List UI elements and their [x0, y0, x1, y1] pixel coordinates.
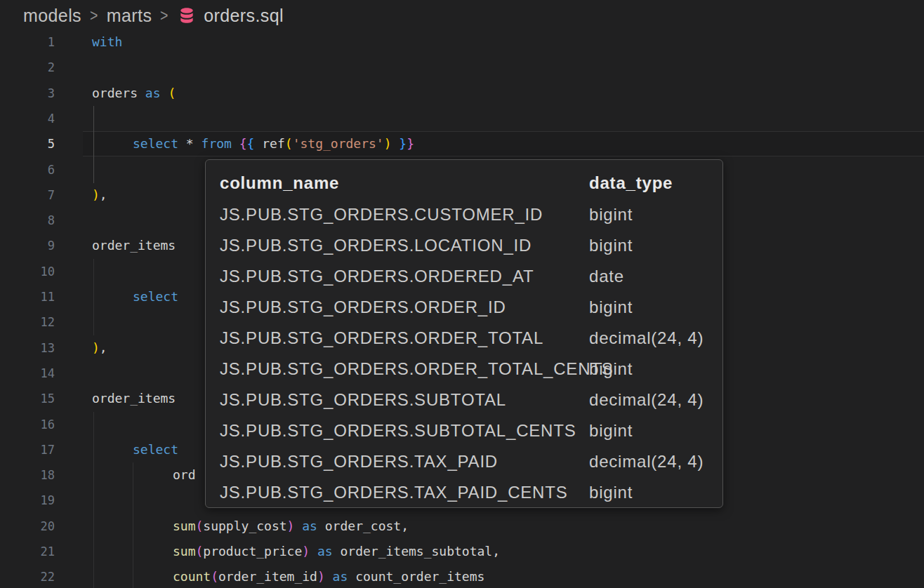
line-number: 15 — [0, 386, 55, 411]
token-id: order_cost, — [325, 519, 409, 533]
code-text[interactable]: ), — [92, 182, 107, 208]
token-id: order_items — [92, 391, 176, 406]
token-b1: ( — [285, 136, 293, 151]
code-text[interactable]: count(order_item_id) as count_order_item… — [173, 564, 484, 588]
indent-guide — [93, 462, 94, 488]
line-number: 20 — [0, 514, 55, 539]
line-number: 4 — [0, 106, 55, 131]
line-number: 11 — [0, 284, 55, 309]
hover-cell-column-name: JS.PUB.STG_ORDERS.SUBTOTAL — [220, 390, 506, 409]
token-kw: as — [294, 519, 324, 533]
code-line[interactable]: 1with — [0, 29, 924, 55]
token-b1: ) — [92, 187, 100, 202]
hover-table-row: JS.PUB.STG_ORDERS.TAX_PAIDdecimal(24, 4) — [206, 446, 722, 477]
hover-cell-data-type: bigint — [589, 199, 633, 230]
indent-guide — [133, 514, 133, 540]
hover-table-row: JS.PUB.STG_ORDERS.CUSTOMER_IDbigint — [206, 199, 722, 230]
token-b2: ( — [211, 569, 218, 584]
code-line[interactable]: 20sum(supply_cost) as order_cost, — [0, 514, 924, 539]
code-text[interactable]: ord — [173, 462, 196, 488]
code-text[interactable]: order_items — [92, 386, 176, 411]
indent-guide — [93, 564, 94, 588]
code-line[interactable]: 5select * from {{ ref('stg_orders') }} — [0, 131, 924, 156]
line-number: 19 — [0, 488, 55, 513]
code-line[interactable]: 4 — [0, 106, 924, 131]
line-number: 13 — [0, 335, 55, 361]
line-number: 3 — [0, 81, 55, 106]
hover-table-row: JS.PUB.STG_ORDERS.ORDER_TOTAL_CENTSbigin… — [206, 354, 722, 385]
hover-table-row: JS.PUB.STG_ORDERS.TAX_PAID_CENTSbigint — [206, 477, 722, 508]
token-id: order_items_subtotal, — [340, 544, 500, 559]
hover-popup: column_name data_type JS.PUB.STG_ORDERS.… — [205, 159, 723, 508]
token-id: ref — [254, 136, 284, 151]
hover-table-row: JS.PUB.STG_ORDERS.ORDERED_ATdate — [206, 261, 722, 292]
indent-guide — [93, 437, 94, 463]
line-number: 17 — [0, 437, 55, 462]
line-number: 6 — [0, 157, 55, 182]
token-fn: count — [173, 569, 211, 584]
hover-cell-column-name: JS.PUB.STG_ORDERS.TAX_PAID_CENTS — [220, 483, 568, 502]
token-b2: ) — [287, 519, 295, 533]
code-text[interactable]: select — [133, 437, 178, 462]
code-line[interactable]: 2 — [0, 55, 924, 80]
indent-guide — [93, 539, 94, 565]
line-number: 9 — [0, 233, 55, 258]
token-kw: as — [325, 569, 355, 584]
line-number: 8 — [0, 208, 55, 233]
line-number: 2 — [0, 55, 55, 80]
token-kw: select — [133, 136, 186, 151]
token-kw: as — [310, 544, 340, 559]
indent-guide — [93, 309, 94, 335]
token-b2: { — [239, 136, 247, 151]
token-b2: } — [407, 136, 414, 151]
code-line[interactable]: 3orders as ( — [0, 81, 924, 106]
token-id: product_price — [203, 544, 302, 559]
token-kw: select — [133, 289, 178, 304]
code-text[interactable]: sum(product_price) as order_items_subtot… — [173, 539, 500, 564]
hover-cell-column-name: JS.PUB.STG_ORDERS.ORDER_TOTAL — [220, 328, 543, 347]
indent-guide — [133, 488, 133, 514]
hover-cell-data-type: bigint — [589, 230, 633, 261]
hover-cell-column-name: JS.PUB.STG_ORDERS.TAX_PAID — [220, 452, 498, 471]
line-number: 18 — [0, 462, 55, 488]
code-text[interactable]: orders as ( — [92, 81, 176, 106]
token-kw: select — [133, 442, 178, 457]
token-str: 'stg_orders' — [293, 136, 384, 151]
code-text[interactable]: ), — [92, 335, 107, 361]
line-number: 16 — [0, 412, 55, 437]
code-text[interactable]: select * from {{ ref('stg_orders') }} — [133, 131, 414, 156]
code-line[interactable]: 21sum(product_price) as order_items_subt… — [0, 539, 924, 564]
indent-guide — [133, 564, 133, 588]
token-kw: from — [202, 136, 239, 151]
hover-table-row: JS.PUB.STG_ORDERS.SUBTOTALdecimal(24, 4) — [206, 385, 722, 415]
indent-guide — [93, 157, 94, 183]
code-text[interactable]: order_items — [92, 233, 176, 258]
token-b3: } — [392, 136, 407, 151]
hover-cell-column-name: JS.PUB.STG_ORDERS.SUBTOTAL_CENTS — [220, 421, 576, 440]
token-id: order_item_id — [218, 569, 317, 584]
token-b2: ( — [196, 519, 204, 533]
indent-guide — [133, 539, 133, 565]
code-text[interactable]: sum(supply_cost) as order_cost, — [173, 514, 409, 539]
token-id: ord — [173, 467, 196, 482]
code-line[interactable]: 22count(order_item_id) as count_order_it… — [0, 564, 924, 588]
line-number: 1 — [0, 29, 55, 55]
indent-guide — [93, 514, 94, 540]
code-text[interactable]: with — [92, 29, 122, 55]
hover-cell-column-name: JS.PUB.STG_ORDERS.CUSTOMER_ID — [220, 205, 543, 224]
hover-cell-data-type: decimal(24, 4) — [589, 446, 704, 477]
hover-table-header: column_name data_type — [206, 167, 722, 199]
token-b2: ) — [302, 544, 310, 559]
token-kw: with — [92, 34, 122, 49]
hover-table-row: JS.PUB.STG_ORDERS.LOCATION_IDbigint — [206, 230, 722, 261]
hover-cell-column-name: JS.PUB.STG_ORDERS.ORDERED_AT — [220, 267, 534, 286]
hover-cell-data-type: decimal(24, 4) — [589, 323, 704, 354]
indent-guide — [93, 259, 94, 285]
hover-cell-column-name: JS.PUB.STG_ORDERS.LOCATION_ID — [220, 236, 532, 255]
hover-cell-data-type: bigint — [589, 477, 633, 508]
token-fn: sum — [173, 519, 196, 533]
indent-guide — [93, 106, 94, 132]
hover-cell-data-type: bigint — [589, 292, 633, 323]
line-number: 7 — [0, 182, 55, 208]
code-text[interactable]: select — [133, 284, 178, 309]
